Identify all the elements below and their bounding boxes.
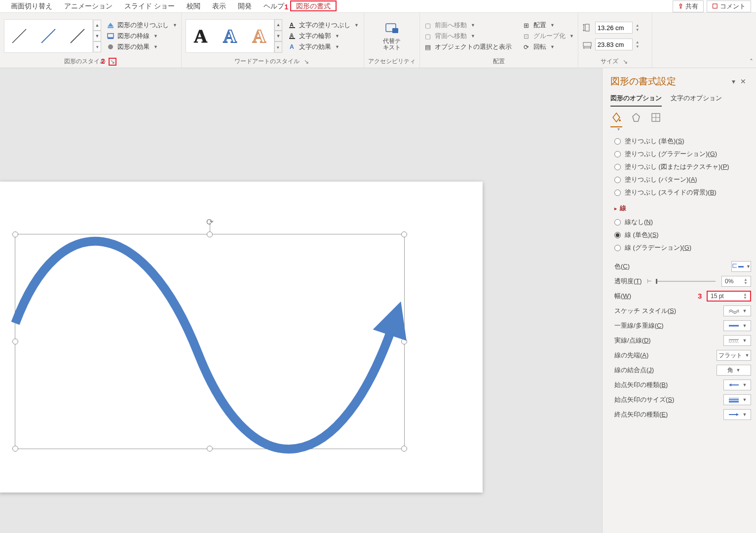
send-backward-button[interactable]: ▢背面へ移動▼ xyxy=(424,32,512,40)
wordart-scroll-up[interactable]: ▲ xyxy=(274,19,282,31)
compound-line-dropdown[interactable]: ▼ xyxy=(723,320,751,331)
size-dialog-launcher[interactable]: ↘ xyxy=(621,58,629,66)
gallery-more[interactable]: ▾ xyxy=(93,41,101,52)
gallery-scroll-up[interactable]: ▲ xyxy=(93,20,101,31)
gallery-scroll-down[interactable]: ▼ xyxy=(93,31,101,41)
bring-forward-button[interactable]: ▢前面へ移動▼ xyxy=(424,21,512,30)
transparency-input[interactable]: 0%▲▼ xyxy=(721,276,751,287)
menu-developer[interactable]: 開発 xyxy=(232,0,258,12)
shape-fill-button[interactable]: 図形の塗りつぶし▼ xyxy=(107,21,177,30)
line-section-header[interactable]: ▸線 xyxy=(614,199,751,216)
width-spin-down[interactable]: ▼ xyxy=(636,44,640,49)
fill-pattern-radio[interactable]: 塗りつぶし (パターン)(A) xyxy=(614,173,751,186)
height-spin-down[interactable]: ▼ xyxy=(636,28,640,32)
shape-outline-icon xyxy=(107,33,114,39)
width-spin-up[interactable]: ▲ xyxy=(636,40,640,44)
dash-type-dropdown[interactable]: ▼ xyxy=(723,335,751,346)
chevron-down-icon: ▼ xyxy=(471,23,475,28)
svg-marker-28 xyxy=(729,383,731,386)
style-preset-1[interactable] xyxy=(10,27,28,45)
share-button[interactable]: ⇪共有 xyxy=(673,0,704,12)
end-arrow-type-dropdown[interactable]: ▼ xyxy=(723,409,751,420)
svg-rect-5 xyxy=(108,38,113,39)
fill-gradient-label: 塗りつぶし (グラデーション) xyxy=(625,150,708,157)
sketch-style-dropdown[interactable]: ▼ xyxy=(723,305,751,316)
curved-arrow-shape[interactable] xyxy=(15,234,405,450)
style-preset-2[interactable] xyxy=(39,27,57,45)
shape-outline-button[interactable]: 図形の枠線▼ xyxy=(107,32,177,40)
wordart-more[interactable]: ▾ xyxy=(274,41,282,53)
menu-view[interactable]: 表示 xyxy=(206,0,232,12)
begin-arrow-type-dropdown[interactable]: ▼ xyxy=(723,380,751,390)
line-color-dropdown[interactable]: ▼ xyxy=(731,261,751,272)
height-spin-up[interactable]: ▲ xyxy=(636,23,640,28)
menu-shape-format[interactable]: 図形の書式 xyxy=(290,0,337,11)
cap-type-dropdown[interactable]: フラット▼ xyxy=(717,350,751,361)
comment-button[interactable]: ☐コメント xyxy=(707,0,751,12)
end-arrow-type-label: 終点矢印の種類 xyxy=(614,411,659,418)
shape-effects-button[interactable]: 図形の効果▼ xyxy=(107,42,177,51)
menu-transitions[interactable]: 画面切り替え xyxy=(5,0,58,12)
tab-shape-options[interactable]: 図形のオプション xyxy=(610,94,662,107)
width-input[interactable] xyxy=(595,38,633,50)
line-none-radio[interactable]: 線なし(N) xyxy=(614,216,751,228)
chevron-down-icon: ▼ xyxy=(743,412,747,417)
bring-forward-icon: ▢ xyxy=(424,22,432,29)
selection-box[interactable]: ⟳ xyxy=(15,234,405,449)
align-label: 配置 xyxy=(533,21,546,30)
canvas-area[interactable]: ⟳ xyxy=(0,68,602,533)
begin-arrow-size-label: 始点矢印のサイズ xyxy=(614,396,666,403)
share-label: 共有 xyxy=(685,2,698,11)
pane-menu-button[interactable]: ▾ xyxy=(728,77,738,85)
color-label: 色 xyxy=(614,263,621,270)
menu-review[interactable]: 校閲 xyxy=(181,0,206,12)
pane-icon-effects[interactable] xyxy=(630,112,642,123)
join-type-dropdown[interactable]: 角▼ xyxy=(717,365,751,376)
callout-2: 2 xyxy=(101,57,105,65)
text-effects-label: 文字の効果 xyxy=(299,42,331,51)
wordart-gallery[interactable]: A A A xyxy=(186,19,274,53)
pane-icon-fill[interactable] xyxy=(610,112,622,123)
text-outline-button[interactable]: A 文字の輪郭▼ xyxy=(288,32,359,40)
fill-picture-radio[interactable]: 塗りつぶし (図またはテクスチャ)(P) xyxy=(614,160,751,173)
shape-style-dialog-launcher[interactable]: ↘ xyxy=(109,58,116,66)
selection-pane-button[interactable]: ▤オブジェクトの選択と表示 xyxy=(424,42,512,51)
alt-text-label-2: キスト xyxy=(383,44,401,51)
pane-icon-size[interactable] xyxy=(650,112,662,123)
rotation-handle[interactable]: ⟳ xyxy=(206,217,214,228)
wordart-dialog-launcher[interactable]: ↘ xyxy=(302,58,310,66)
fill-solid-radio[interactable]: 塗りつぶし (単色)(S) xyxy=(614,135,751,148)
fill-slidebg-radio[interactable]: 塗りつぶし (スライドの背景)(B) xyxy=(614,186,751,199)
transparency-slider[interactable] xyxy=(656,281,716,282)
line-gradient-radio[interactable]: 線 (グラデーション)(G) xyxy=(614,241,751,254)
linewidth-input[interactable]: 15 pt▲▼ xyxy=(707,291,751,302)
style-preset-3[interactable] xyxy=(69,27,86,45)
height-input[interactable] xyxy=(595,22,633,34)
svg-rect-13 xyxy=(392,28,398,33)
begin-arrow-size-dropdown[interactable]: ▼ xyxy=(723,394,751,405)
fill-gradient-radio[interactable]: 塗りつぶし (グラデーション)(G) xyxy=(614,148,751,160)
menu-animations[interactable]: アニメーション xyxy=(58,0,118,12)
chevron-down-icon: ▼ xyxy=(550,23,555,28)
tab-text-options[interactable]: 文字のオプション xyxy=(671,94,722,107)
text-fill-button[interactable]: A 文字の塗りつぶし▼ xyxy=(288,21,359,30)
comment-label: コメント xyxy=(720,2,746,11)
wordart-preset-3[interactable]: A xyxy=(253,25,266,47)
rotate-button[interactable]: ⟳回転▼ xyxy=(523,42,574,51)
pane-scroll-body[interactable]: 塗りつぶし (単色)(S) 塗りつぶし (グラデーション)(G) 塗りつぶし (… xyxy=(603,132,756,533)
wordart-scroll-down[interactable]: ▼ xyxy=(274,31,282,42)
shape-style-gallery[interactable]: ▲ ▼ ▾ xyxy=(4,19,93,53)
text-fill-icon: A xyxy=(288,22,296,29)
ribbon-collapse-button[interactable]: ˄ xyxy=(750,58,753,66)
pane-close-button[interactable]: ✕ xyxy=(738,77,748,85)
line-solid-radio[interactable]: 線 (単色)(S) xyxy=(614,228,751,241)
menu-slideshow[interactable]: スライド ショー xyxy=(118,0,181,12)
alt-text-button[interactable]: 代替テ キスト xyxy=(380,19,404,53)
text-effects-button[interactable]: A 文字の効果▼ xyxy=(288,42,359,51)
text-fill-label: 文字の塗りつぶし xyxy=(299,21,350,30)
wordart-preset-2[interactable]: A xyxy=(223,25,236,47)
chevron-down-icon: ▼ xyxy=(746,264,751,269)
align-button[interactable]: ⊞配置▼ xyxy=(523,21,574,30)
wordart-preset-1[interactable]: A xyxy=(194,25,207,47)
group-button[interactable]: ⊡グループ化▼ xyxy=(523,32,574,40)
